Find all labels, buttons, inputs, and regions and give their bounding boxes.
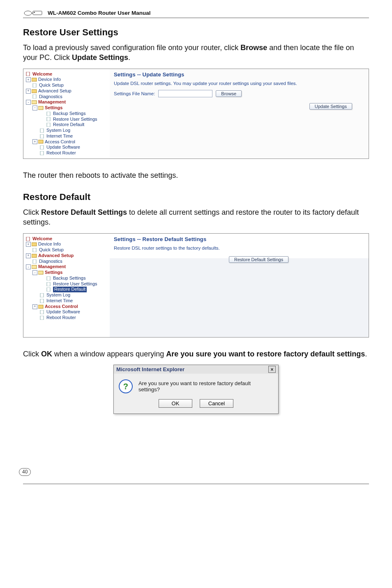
nav-restore-default[interactable]: Restore Default: [23, 287, 110, 292]
screenshot-content-pane: Settings -- Restore Default Settings Res…: [110, 234, 369, 337]
nav-reboot-router[interactable]: Reboot Router: [23, 150, 110, 156]
text-fragment: To load a previously saved configuration…: [23, 44, 240, 52]
text-fragment: when a window appears querying: [52, 350, 166, 358]
settings-file-input[interactable]: [158, 90, 212, 97]
nav-restore-user-settings[interactable]: Restore User Settings: [23, 281, 110, 287]
svg-rect-1: [33, 11, 42, 15]
ie-confirm-dialog: Microsoft Internet Explorer × ? Are you …: [113, 365, 279, 414]
nav-label: Diagnostics: [39, 94, 62, 100]
nav-label: System Log: [46, 128, 70, 133]
page-top-header: WL-AM602 Combo Router User Manual: [23, 8, 369, 18]
svg-rect-22: [32, 254, 37, 257]
nav-settings[interactable]: - Settings: [23, 105, 110, 111]
nav-advanced-setup[interactable]: + Advanced Setup: [23, 88, 110, 94]
nav-advanced-setup[interactable]: + Advanced Setup: [23, 253, 110, 259]
svg-rect-16: [38, 140, 43, 143]
page-icon: [32, 83, 38, 87]
nav-backup-settings[interactable]: Backup Settings: [23, 276, 110, 281]
paragraph-reboot-note: The router then reboots to activate the …: [23, 170, 369, 180]
nav-quick-setup[interactable]: Quick Setup: [23, 247, 110, 253]
browse-button[interactable]: Browse: [216, 90, 242, 97]
folder-icon: [38, 140, 44, 144]
nav-welcome[interactable]: Welcome: [23, 236, 110, 242]
svg-rect-32: [40, 310, 44, 314]
text-bold: Are you sure you want to restore factory…: [166, 350, 365, 358]
nav-access-control[interactable]: + Access Control: [23, 304, 110, 310]
page-icon: [40, 151, 45, 155]
cancel-button[interactable]: Cancel: [200, 399, 233, 408]
nav-device-info[interactable]: + Device Info: [23, 241, 110, 247]
svg-rect-18: [40, 151, 44, 155]
nav-label: Update Software: [46, 145, 80, 150]
folder-open-icon: [38, 271, 44, 275]
page-icon: [32, 94, 38, 99]
paragraph-confirm-restore: Click OK when a window appears querying …: [23, 349, 369, 359]
ok-button[interactable]: OK: [159, 399, 192, 408]
page-icon: [46, 276, 52, 280]
nav-management[interactable]: - Management: [23, 264, 110, 270]
page-number-value: 40: [19, 468, 31, 476]
text-fragment: Click: [23, 208, 41, 216]
svg-rect-12: [47, 117, 50, 121]
text-fragment: Click: [23, 350, 41, 358]
svg-rect-31: [38, 305, 43, 308]
expand-icon: +: [26, 89, 31, 94]
nav-diagnostics[interactable]: Diagnostics: [23, 94, 110, 100]
nav-access-control[interactable]: + Access Control: [23, 139, 110, 145]
folder-open-icon: [32, 100, 37, 104]
nav-label: Access Control: [45, 139, 75, 145]
page-icon: [40, 299, 45, 303]
nav-label: Update Software: [46, 309, 80, 315]
nav-restore-user-settings[interactable]: Restore User Settings: [23, 117, 110, 122]
nav-restore-default[interactable]: Restore Default: [23, 122, 110, 128]
svg-rect-3: [34, 12, 35, 13]
nav-backup-settings[interactable]: Backup Settings: [23, 111, 110, 117]
panel-title: Settings -- Restore Default Settings: [114, 236, 364, 242]
nav-system-log[interactable]: System Log: [23, 292, 110, 298]
folder-icon: [38, 305, 44, 309]
nav-internet-time[interactable]: Internet Time: [23, 298, 110, 304]
svg-rect-8: [33, 94, 36, 99]
nav-settings[interactable]: - Settings: [23, 270, 110, 276]
svg-rect-26: [47, 276, 50, 280]
panel-title: Settings -- Update Settings: [114, 71, 364, 78]
svg-rect-10: [38, 106, 43, 110]
screenshot-nav-tree: Welcome + Device Info Quick Setup + Adva…: [23, 69, 110, 158]
question-icon: ?: [119, 379, 133, 393]
nav-label: Backup Settings: [53, 111, 86, 117]
folder-icon: [32, 89, 37, 93]
nav-welcome[interactable]: Welcome: [23, 71, 110, 77]
collapse-icon: -: [32, 270, 37, 275]
svg-rect-23: [33, 260, 36, 264]
page-icon: [46, 287, 52, 292]
page-icon: [40, 310, 45, 314]
nav-management[interactable]: - Management: [23, 99, 110, 105]
expand-icon: +: [26, 242, 31, 247]
nav-diagnostics[interactable]: Diagnostics: [23, 259, 110, 264]
nav-device-info[interactable]: + Device Info: [23, 77, 110, 83]
nav-internet-time[interactable]: Internet Time: [23, 133, 110, 139]
panel-description: Update DSL router settings. You may upda…: [114, 81, 364, 86]
nav-label: Device Info: [38, 77, 61, 83]
expand-icon: +: [32, 304, 37, 309]
dialog-titlebar: Microsoft Internet Explorer ×: [114, 365, 278, 374]
restore-default-settings-button[interactable]: Restore Default Settings: [229, 256, 288, 263]
nav-label: Reboot Router: [46, 315, 76, 321]
paragraph-restore-user: To load a previously saved configuration…: [23, 43, 369, 63]
svg-point-0: [24, 11, 32, 15]
page-icon: [26, 72, 31, 76]
panel-description: Restore DSL router settings to the facto…: [114, 246, 364, 250]
nav-update-software[interactable]: Update Software: [23, 145, 110, 150]
folder-open-icon: [38, 106, 44, 110]
update-settings-button[interactable]: Update Settings: [309, 103, 352, 110]
nav-update-software[interactable]: Update Software: [23, 309, 110, 315]
nav-reboot-router[interactable]: Reboot Router: [23, 315, 110, 321]
expand-icon: +: [32, 139, 37, 144]
nav-system-log[interactable]: System Log: [23, 128, 110, 133]
folder-icon: [32, 242, 37, 246]
close-icon[interactable]: ×: [268, 366, 276, 373]
nav-quick-setup[interactable]: Quick Setup: [23, 83, 110, 88]
form-label: Settings File Name:: [114, 91, 155, 96]
page-icon: [46, 117, 52, 121]
expand-icon: +: [26, 253, 31, 258]
